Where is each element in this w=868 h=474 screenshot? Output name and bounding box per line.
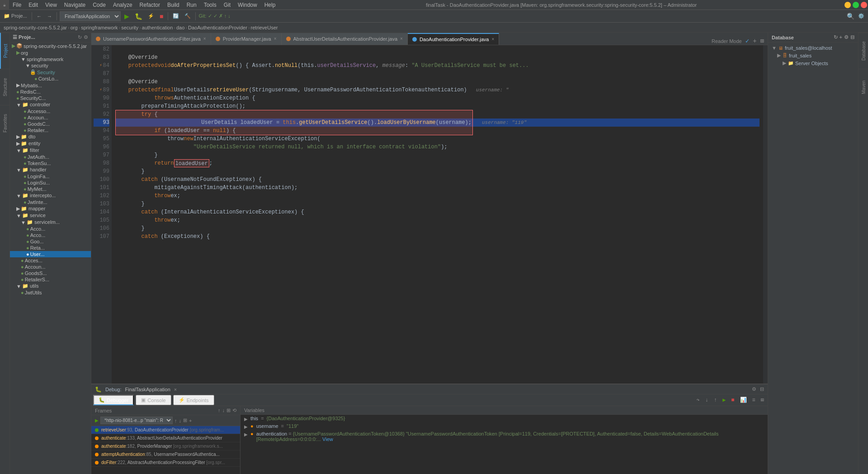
menu-window[interactable]: Window [234, 0, 261, 10]
step-out-icon[interactable]: ↑ [712, 397, 719, 403]
run-button[interactable]: ▶ [123, 12, 131, 21]
run-configuration-selector[interactable]: FinalTaskApplication [60, 11, 121, 21]
frame-item-4[interactable]: doFilter:222, AbstractAuthenticationProc… [91, 459, 240, 467]
thread-add-icon[interactable]: + [189, 418, 192, 423]
auth-view-link[interactable]: View [322, 436, 333, 442]
breadcrumb-security[interactable]: security [121, 25, 138, 30]
frame-item-0[interactable]: retrieveUser:93, DaoAuthenticationProvid… [91, 426, 240, 434]
sidebar-item-MyMet[interactable]: ● MyMet... [10, 186, 91, 192]
frames-restore-icon[interactable]: ⟲ [232, 408, 236, 413]
frames-filter-icon[interactable]: ⊞ [226, 408, 231, 413]
sidebar-item-RetaImpl[interactable]: ● Reta... [10, 245, 91, 251]
sidebar-item-AccoImpl2[interactable]: ● Acco... [10, 232, 91, 238]
sidebar-item-JwtInte[interactable]: ● JwtInte... [10, 199, 91, 205]
menu-file[interactable]: File [9, 0, 25, 10]
left-tab-project[interactable]: Project [0, 33, 10, 69]
reader-mode-button[interactable]: ✓ [745, 37, 749, 45]
tab-close-4[interactable]: × [491, 33, 494, 45]
debug-layout-icon[interactable]: ⊞ [759, 397, 766, 403]
editor-pin-button[interactable]: + [753, 38, 756, 45]
debug-button[interactable]: 🐛 [133, 12, 144, 21]
toolbar-forward-btn[interactable]: → [45, 13, 54, 20]
sidebar-item-JwtUtils[interactable]: ● JwtUtils [10, 289, 91, 296]
step-into-icon[interactable]: ↓ [703, 397, 710, 403]
evaluate-icon[interactable]: 📊 [738, 397, 749, 403]
sidebar-item-mapper[interactable]: ▶ 📁 mapper [10, 205, 91, 212]
var-item-authentication[interactable]: ▶ ● authentication = {UsernamePasswordAu… [241, 430, 768, 443]
menu-git[interactable]: Git [220, 0, 234, 10]
right-tab-maven[interactable]: Maven [859, 69, 868, 105]
tab-close-3[interactable]: × [400, 33, 403, 45]
menu-tools[interactable]: Tools [200, 0, 220, 10]
sidebar-item-GooImpl[interactable]: ● Goo... [10, 238, 91, 245]
toolbar-back-btn[interactable]: ← [35, 13, 43, 20]
sidebar-sync-icon[interactable]: ↻ [78, 34, 82, 40]
stop-debug-icon[interactable]: ■ [729, 397, 736, 403]
maximize-button[interactable] [853, 2, 859, 8]
menu-code[interactable]: Code [89, 0, 109, 10]
sidebar-item-entity[interactable]: ▶ 📁 entity [10, 140, 91, 147]
update-button[interactable]: 🔄 [171, 12, 181, 20]
frames-up-icon[interactable]: ↑ [218, 408, 221, 413]
menu-navigate[interactable]: Navigate [61, 0, 89, 10]
sidebar-item-interceptor[interactable]: ▼ 📁 intercepto... [10, 192, 91, 199]
sidebar-item-controller[interactable]: ▼ 📁 controller [10, 101, 91, 108]
debug-tab-debugger[interactable]: 🐛Debugger [93, 395, 134, 405]
sidebar-item-LoginSu[interactable]: ● LoginSu... [10, 180, 91, 186]
more-debug-icon[interactable]: ≡ [750, 397, 757, 403]
sidebar-item-org[interactable]: ▶ org [10, 49, 91, 56]
sidebar-item-jar[interactable]: ▶ 📦 spring-security-core-5.5.2.jar [10, 43, 91, 49]
minimize-button[interactable] [844, 2, 851, 8]
search-everywhere-button[interactable]: 🔍 [847, 13, 854, 20]
settings-button[interactable]: ⚙️ [856, 12, 866, 20]
sidebar-item-utils[interactable]: ▼ 📁 utils [10, 283, 91, 289]
db-add-icon[interactable]: + [840, 34, 842, 40]
thread-selector[interactable]: *http-nio-8081-e...p "main": RUNNING [100, 417, 173, 424]
thread-down-icon[interactable]: ↓ [179, 418, 182, 423]
sidebar-item-AccoImpl[interactable]: ● Acco... [10, 226, 91, 232]
thread-filter-icon[interactable]: ⊞ [183, 417, 187, 423]
menu-help[interactable]: Help [261, 0, 279, 10]
menu-run[interactable]: Run [183, 0, 200, 10]
frame-item-1[interactable]: authenticate:133, AbstractUserDetailsAut… [91, 434, 240, 442]
breadcrumb-method[interactable]: retrieveUser [251, 25, 278, 30]
sidebar-item-Redis[interactable]: ● RedisC... [10, 89, 91, 95]
thread-up-icon[interactable]: ↑ [175, 418, 177, 423]
sidebar-item-dto[interactable]: ▶ 📁 dto [10, 133, 91, 140]
left-tab-structure[interactable]: Structure [0, 69, 10, 105]
build-button[interactable]: 🔨 [183, 12, 193, 20]
code-content[interactable]: @Override protected void doAfterProperti… [112, 45, 763, 384]
sidebar-item-Accoun[interactable]: ● Accoun... [10, 114, 91, 121]
breadcrumb-authentication[interactable]: authentication [142, 25, 173, 30]
code-editor[interactable]: 82 83 ⚡84 87 88 ⚡89 90 91 92 93 94 95 96… [91, 45, 768, 384]
sidebar-item-Security[interactable]: 🔒 Security [10, 69, 91, 76]
var-item-username[interactable]: ▶ ● username = "119" [241, 422, 768, 430]
menu-analyze[interactable]: Analyze [109, 0, 136, 10]
tab-close-1[interactable]: × [203, 33, 206, 45]
frames-down-icon[interactable]: ↓ [222, 408, 225, 413]
db-settings-icon[interactable]: ⚙ [844, 34, 849, 40]
sidebar-settings-icon[interactable]: ⚙ [84, 34, 88, 40]
db-item-database[interactable]: ▶ 🗄 fruit_sales [770, 52, 856, 59]
debug-tab-console[interactable]: ▣Console [136, 395, 171, 405]
menu-view[interactable]: View [42, 0, 61, 10]
breadcrumb-jar[interactable]: spring-security-core-5.5.2.jar [4, 25, 67, 30]
tab-close-2[interactable]: × [274, 33, 277, 45]
sidebar-item-JwtAuth[interactable]: ● JwtAuth... [10, 154, 91, 160]
breadcrumb-dao[interactable]: dao [176, 25, 184, 30]
sidebar-item-AccessS[interactable]: ● Acces... [10, 257, 91, 264]
editor-scrollbar[interactable] [763, 45, 768, 384]
sidebar-item-LoginFa[interactable]: ● LoginFa... [10, 173, 91, 180]
db-hide-icon[interactable]: ⊟ [850, 34, 854, 40]
db-item-server-objects[interactable]: ▶ 📁 Server Objects [770, 59, 856, 67]
editor-layout-button[interactable]: ⊞ [760, 37, 764, 45]
sidebar-item-security[interactable]: ▼ security [10, 62, 91, 69]
sidebar-item-GoodsC[interactable]: ● GoodsC... [10, 121, 91, 127]
breadcrumb-org[interactable]: org [71, 25, 78, 30]
db-item-connection[interactable]: ▼ 🖥 fruit_sales@localhost [770, 44, 856, 52]
sidebar-item-handler[interactable]: ▼ 📁 handler [10, 166, 91, 173]
right-tab-database[interactable]: Database [859, 33, 868, 69]
menu-refactor[interactable]: Refactor [136, 0, 164, 10]
frame-item-3[interactable]: attemptAuthentication:85, UsernamePasswo… [91, 450, 240, 459]
tab-username-password-filter[interactable]: UsernamePasswordAuthenticationFilter.jav… [91, 33, 211, 45]
